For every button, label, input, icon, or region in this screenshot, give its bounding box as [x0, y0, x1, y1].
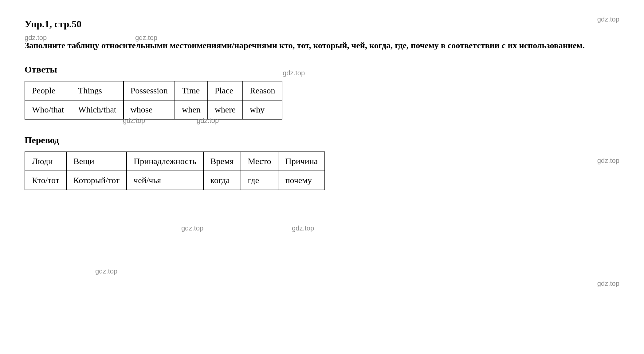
translation-section-title: Перевод [25, 135, 619, 145]
answers-table: People Things Possession Time Place Reas… [25, 81, 282, 120]
watermark-table1-left: gdz.top [123, 117, 145, 125]
watermark-top-right: gdz.top [597, 15, 619, 23]
translation-header-mesto: Место [241, 152, 278, 171]
page-title: Упр.1, стр.50 [25, 18, 619, 30]
watermark-table1-right: gdz.top [197, 117, 219, 125]
answers-data-row: Who/that Which/that whose when where why [25, 100, 282, 119]
translation-cell-kogda: когда [203, 171, 241, 190]
watermark-table2-left: gdz.top [181, 224, 203, 232]
answers-cell-why: why [243, 100, 282, 119]
watermark-table2-right: gdz.top [292, 224, 314, 232]
translation-data-row: Кто/тот Который/тот чей/чья когда где по… [25, 171, 325, 190]
watermark-top-left: gdz.top [25, 34, 47, 42]
answers-header-people: People [25, 81, 71, 100]
answers-cell-whose: whose [124, 100, 175, 119]
translation-cell-ktotot: Кто/тот [25, 171, 66, 190]
translation-table: Люди Вещи Принадлежность Время Место При… [25, 151, 325, 190]
translation-cell-pochemu: почему [278, 171, 325, 190]
answers-cell-where: where [208, 100, 243, 119]
answers-header-place: Place [208, 81, 243, 100]
watermark-table3-right: gdz.top [597, 280, 619, 288]
translation-header-prinadlezhnost: Принадлежность [127, 152, 203, 171]
translation-header-vremya: Время [203, 152, 241, 171]
translation-header-lyudi: Люди [25, 152, 66, 171]
answers-cell-whichthat: Which/that [71, 100, 123, 119]
translation-header-veshchi: Вещи [66, 152, 127, 171]
answers-header-reason: Reason [243, 81, 282, 100]
answers-header-possession: Possession [124, 81, 175, 100]
answers-section-title: Ответы [25, 64, 619, 75]
translation-cell-cheichya: чей/чья [127, 171, 203, 190]
translation-header-row: Люди Вещи Принадлежность Время Место При… [25, 152, 325, 171]
answers-header-row: People Things Possession Time Place Reas… [25, 81, 282, 100]
watermark-instruction-center: gdz.top [283, 69, 305, 77]
watermark-reason-right: gdz.top [597, 157, 619, 165]
watermark-top-center1: gdz.top [135, 34, 157, 42]
translation-cell-kotoryitot: Который/тот [66, 171, 127, 190]
translation-cell-gde: где [241, 171, 278, 190]
answers-cell-when: when [175, 100, 208, 119]
answers-header-things: Things [71, 81, 123, 100]
watermark-table3-left: gdz.top [95, 267, 117, 275]
answers-header-time: Time [175, 81, 208, 100]
instruction-text: Заполните таблицу относительными местоим… [25, 39, 619, 52]
translation-header-prichina: Причина [278, 152, 325, 171]
answers-cell-whothat: Who/that [25, 100, 71, 119]
